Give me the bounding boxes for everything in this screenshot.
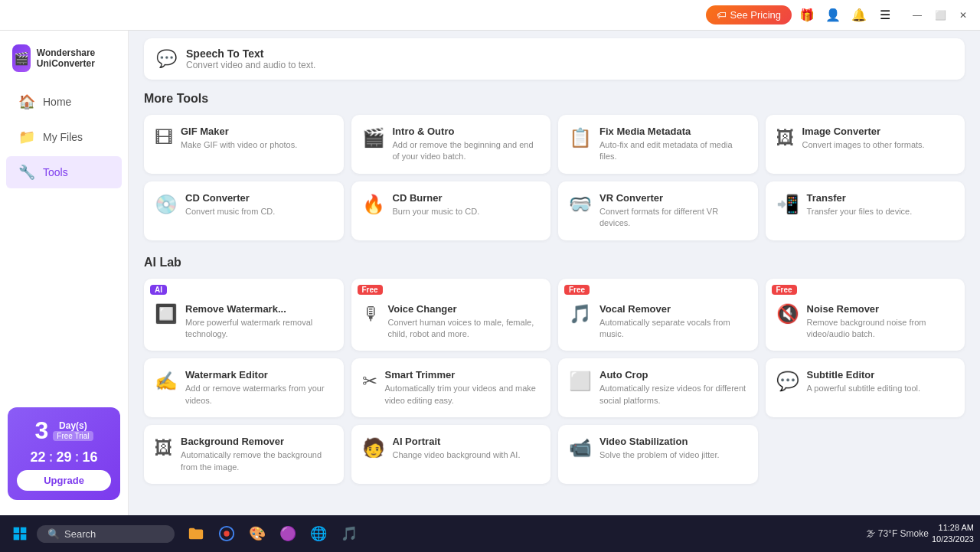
tool-card-watermark-editor[interactable]: ✍ Watermark Editor Add or remove waterma… — [144, 358, 344, 417]
video-stabilization-icon: 📹 — [569, 437, 592, 459]
maximize-button[interactable]: ⬜ — [929, 5, 951, 26]
free-trial-badge: Free Trial — [53, 431, 93, 441]
more-tools-title: More Tools — [144, 92, 965, 106]
taskbar-clock: 11:28 AM 10/23/2023 — [932, 522, 974, 546]
intro-outro-desc: Add or remove the beginning and end of y… — [393, 139, 541, 163]
ai-lab-section: AI Lab AI 🔲 Remove Watermark... More pow… — [144, 256, 965, 484]
weather-temp: 73°F — [878, 528, 897, 539]
svg-rect-1 — [21, 528, 27, 534]
minimize-button[interactable]: — — [906, 5, 928, 26]
transfer-body: Transfer Transfer your files to device. — [807, 192, 913, 217]
colon-2: : — [75, 449, 80, 465]
smart-trimmer-icon: ✂ — [362, 371, 377, 392]
cd-burner-desc: Burn your music to CD. — [393, 206, 480, 217]
auto-crop-desc: Automatically resize videos for differen… — [599, 383, 747, 407]
free-badge-vocal: Free — [564, 285, 590, 295]
close-button[interactable]: ✕ — [952, 5, 974, 26]
vr-converter-body: VR Converter Convert formats for differe… — [599, 192, 747, 230]
trial-days-label: Day(s) — [53, 420, 93, 431]
menu-icon[interactable]: ☰ — [874, 5, 896, 26]
user-icon[interactable]: 👤 — [822, 5, 844, 26]
svg-rect-0 — [14, 528, 20, 534]
taskbar-icon-app1[interactable]: 🎨 — [245, 521, 270, 546]
tool-card-background-remover[interactable]: 🖼 Background Remover Automatically remov… — [144, 425, 344, 484]
top-card-title: Speech To Text — [186, 47, 315, 60]
bell-icon[interactable]: 🔔 — [848, 5, 870, 26]
home-icon: 🏠 — [18, 93, 35, 110]
free-badge-voice: Free — [358, 285, 383, 295]
cd-converter-title: CD Converter — [185, 192, 275, 204]
remove-watermark-icon: 🔲 — [155, 303, 178, 325]
tool-card-voice-changer[interactable]: Free 🎙 Voice Changer Convert human voice… — [351, 279, 551, 351]
start-button[interactable] — [6, 520, 34, 547]
gift-icon[interactable]: 🎁 — [796, 5, 818, 26]
gif-maker-desc: Make GIF with video or photos. — [181, 139, 297, 151]
taskbar-icon-explorer[interactable] — [184, 521, 208, 546]
weather-info: 73°F Smoke — [878, 528, 929, 539]
tool-card-transfer[interactable]: 📲 Transfer Transfer your files to device… — [766, 181, 965, 240]
voice-changer-icon: 🎙 — [362, 303, 381, 325]
svg-rect-3 — [21, 534, 27, 541]
sidebar-item-tools[interactable]: 🔧 Tools — [6, 156, 122, 188]
clock-time: 11:28 AM — [932, 522, 974, 534]
taskbar-icon-app4[interactable]: 🎵 — [337, 521, 361, 546]
fix-metadata-desc: Auto-fix and edit metadata of media file… — [599, 139, 747, 163]
tool-card-image-converter[interactable]: 🖼 Image Converter Convert images to othe… — [766, 115, 965, 174]
top-tool-card[interactable]: 💬 Speech To Text Convert video and audio… — [144, 38, 965, 80]
noise-remover-title: Noise Remover — [807, 303, 955, 315]
video-stabilization-title: Video Stabilization — [599, 436, 720, 447]
auto-crop-icon: ⬜ — [569, 371, 592, 392]
remove-watermark-body: Remove Watermark... More powerful waterm… — [185, 303, 333, 341]
vocal-remover-desc: Automatically separate vocals from music… — [599, 317, 747, 341]
vocal-remover-icon: 🎵 — [569, 303, 592, 325]
tools-label: Tools — [43, 166, 68, 178]
tool-card-gif-maker[interactable]: 🎞 GIF Maker Make GIF with video or photo… — [144, 115, 344, 174]
ai-lab-grid: AI 🔲 Remove Watermark... More powerful w… — [144, 279, 965, 484]
tool-card-cd-converter[interactable]: 💿 CD Converter Convert music from CD. — [144, 181, 344, 240]
tool-card-remove-watermark[interactable]: AI 🔲 Remove Watermark... More powerful w… — [144, 279, 344, 351]
see-pricing-button[interactable]: 🏷 See Pricing — [706, 5, 792, 24]
tool-card-cd-burner[interactable]: 🔥 CD Burner Burn your music to CD. — [351, 181, 551, 240]
tool-card-subtitle-editor[interactable]: 💬 Subtitle Editor A powerful subtitle ed… — [766, 358, 965, 417]
trial-days-area: 3 Day(s) Free Trial — [17, 416, 111, 445]
subtitle-editor-icon: 💬 — [776, 371, 799, 392]
tool-card-smart-trimmer[interactable]: ✂ Smart Trimmer Automatically trim your … — [351, 358, 551, 417]
tool-card-video-stabilization[interactable]: 📹 Video Stabilization Solve the problem … — [558, 425, 758, 484]
countdown-seconds: 16 — [83, 449, 98, 465]
trial-days-number: 3 — [34, 416, 48, 445]
tool-card-auto-crop[interactable]: ⬜ Auto Crop Automatically resize videos … — [558, 358, 758, 417]
app-body: 🎬 Wondershare UniConverter 🏠 Home 📁 My F… — [0, 31, 980, 515]
tool-card-noise-remover[interactable]: Free 🔇 Noise Remover Remove background n… — [766, 279, 965, 351]
tool-card-vr-converter[interactable]: 🥽 VR Converter Convert formats for diffe… — [558, 181, 758, 240]
transfer-title: Transfer — [807, 192, 913, 204]
transfer-icon: 📲 — [776, 194, 799, 215]
upgrade-button[interactable]: Upgrade — [17, 470, 111, 491]
cd-burner-icon: 🔥 — [362, 194, 385, 215]
vr-converter-icon: 🥽 — [569, 194, 592, 215]
more-tools-grid: 🎞 GIF Maker Make GIF with video or photo… — [144, 115, 965, 240]
taskbar-search[interactable]: 🔍 Search — [37, 525, 175, 543]
taskbar-icon-browser[interactable] — [214, 521, 239, 546]
vr-converter-desc: Convert formats for different VR devices… — [599, 206, 747, 230]
tool-card-fix-metadata[interactable]: 📋 Fix Media Metadata Auto-fix and edit m… — [558, 115, 758, 174]
tool-card-ai-portrait[interactable]: 🧑 AI Portrait Change video background wi… — [351, 425, 551, 484]
taskbar-icon-app2[interactable]: 🟣 — [276, 521, 300, 546]
fix-metadata-body: Fix Media Metadata Auto-fix and edit met… — [599, 126, 747, 163]
weather-widget: 🌫 73°F Smoke — [866, 528, 929, 539]
background-remover-desc: Automatically remove the background from… — [181, 449, 333, 473]
countdown-hours: 22 — [30, 449, 45, 465]
tool-card-vocal-remover[interactable]: Free 🎵 Vocal Remover Automatically separ… — [558, 279, 758, 351]
subtitle-editor-desc: A powerful subtitle editing tool. — [807, 383, 921, 394]
countdown-timer: 22 : 29 : 16 — [17, 449, 111, 465]
sidebar-item-my-files[interactable]: 📁 My Files — [6, 121, 122, 153]
gif-maker-title: GIF Maker — [181, 126, 297, 137]
tool-card-intro-outro[interactable]: 🎬 Intro & Outro Add or remove the beginn… — [351, 115, 551, 174]
logo-area: 🎬 Wondershare UniConverter — [0, 38, 128, 84]
svg-rect-2 — [14, 534, 20, 541]
taskbar-icon-app3[interactable]: 🌐 — [306, 521, 331, 546]
pricing-icon: 🏷 — [717, 9, 727, 21]
smart-trimmer-body: Smart Trimmer Automatically trim your vi… — [385, 369, 541, 407]
sidebar-item-home[interactable]: 🏠 Home — [6, 86, 122, 118]
ai-portrait-body: AI Portrait Change video background with… — [393, 436, 521, 461]
countdown-minutes: 29 — [56, 449, 71, 465]
